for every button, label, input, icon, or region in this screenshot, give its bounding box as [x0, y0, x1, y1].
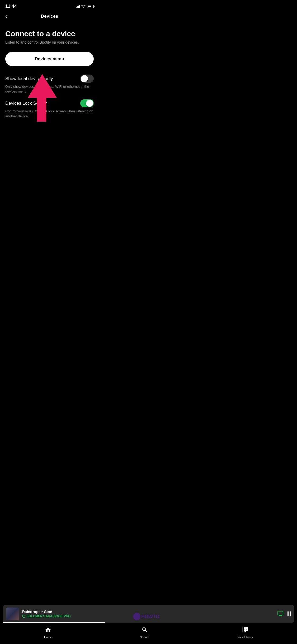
- wifi-icon: [81, 4, 86, 8]
- setting-row-lock-screen: Devices Lock Screen Control your music f…: [5, 99, 94, 118]
- toggle-knob-lock: [86, 100, 93, 107]
- battery-icon: [87, 5, 94, 8]
- setting-row-local-devices: Show local devices only Only show device…: [5, 75, 94, 94]
- nav-title: Devices: [41, 14, 58, 19]
- toggle-local-devices[interactable]: [80, 75, 94, 83]
- setting-label-lock: Devices Lock Screen: [5, 101, 48, 106]
- status-icons: [76, 4, 94, 8]
- page-subtitle: Listen to and control Spotify on your de…: [5, 40, 94, 44]
- setting-header-local: Show local devices only: [5, 75, 94, 83]
- signal-bars-icon: [76, 5, 80, 8]
- setting-description-lock: Control your music from the lock screen …: [5, 109, 94, 118]
- toggle-knob-local: [81, 75, 88, 82]
- setting-label-local: Show local devices only: [5, 76, 53, 81]
- status-time: 11:44: [5, 4, 17, 9]
- toggle-lock-screen[interactable]: [80, 99, 94, 107]
- main-content: Connect to a device Listen to and contro…: [0, 23, 99, 119]
- setting-description-local: Only show devices on your local WiFi or …: [5, 84, 94, 94]
- status-bar: 11:44: [0, 0, 99, 11]
- page-title: Connect to a device: [5, 30, 94, 38]
- devices-menu-button[interactable]: Devices menu: [5, 52, 94, 66]
- back-button[interactable]: ‹: [5, 13, 7, 20]
- nav-header: ‹ Devices: [0, 11, 99, 23]
- setting-header-lock: Devices Lock Screen: [5, 99, 94, 107]
